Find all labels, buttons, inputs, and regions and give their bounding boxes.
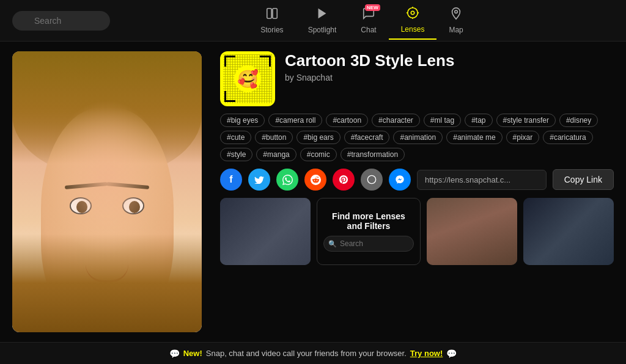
tag-item[interactable]: #pixar — [506, 131, 540, 144]
lenses-label: Lenses — [401, 25, 425, 34]
tag-item[interactable]: #cartoon — [326, 114, 368, 127]
face-overlay — [12, 51, 202, 332]
main-content: 🥰 Cartoon 3D Style Lens by Snapchat #big… — [0, 42, 626, 342]
thumb-image-4 — [523, 198, 614, 265]
share-link-button[interactable] — [361, 169, 383, 191]
nav-item-map[interactable]: Map — [436, 2, 475, 39]
thumbnail-1[interactable] — [220, 198, 311, 265]
lens-preview-image — [12, 51, 202, 332]
tag-item[interactable]: #comic — [300, 148, 337, 161]
lens-title-block: Cartoon 3D Style Lens by Snapchat — [285, 51, 614, 82]
share-reddit-button[interactable] — [304, 169, 326, 191]
chat-label: Chat — [361, 26, 376, 34]
find-search-input[interactable] — [323, 236, 414, 252]
bottom-banner: 💬 New! Snap, chat and video call your fr… — [0, 342, 626, 364]
lenses-icon — [406, 6, 419, 23]
spotlight-label: Spotlight — [308, 26, 337, 34]
find-search-icon: 🔍 — [328, 240, 337, 248]
share-row: f https://lens.snapchat.c... Copy Link — [220, 169, 614, 191]
tag-item[interactable]: #facecraft — [344, 131, 390, 144]
new-badge: NEW — [365, 4, 380, 11]
try-now-link[interactable]: Try now! — [410, 349, 443, 358]
lens-detail-panel: 🥰 Cartoon 3D Style Lens by Snapchat #big… — [220, 51, 614, 332]
tag-item[interactable]: #animate me — [446, 131, 502, 144]
thumb-image-1 — [220, 198, 311, 265]
tag-item[interactable]: #style — [220, 148, 252, 161]
svg-rect-1 — [273, 9, 277, 19]
tag-item[interactable]: #tap — [465, 114, 492, 127]
banner-icon-right: 💬 — [446, 349, 457, 359]
find-lenses-card: Find more Lenses and Filters 🔍 — [317, 198, 421, 265]
spotlight-icon — [315, 7, 329, 23]
svg-point-4 — [411, 11, 414, 15]
lens-author: by Snapchat — [285, 73, 614, 82]
tag-item[interactable]: #disney — [559, 114, 598, 127]
find-lenses-title: Find more Lenses and Filters — [323, 211, 414, 231]
lens-header: 🥰 Cartoon 3D Style Lens by Snapchat — [220, 51, 614, 106]
svg-point-3 — [408, 8, 418, 18]
svg-point-10 — [367, 175, 375, 183]
svg-marker-2 — [319, 9, 326, 19]
tag-item[interactable]: #transformation — [341, 148, 405, 161]
link-display: https://lens.snapchat.c... — [417, 170, 547, 190]
tags-container: #big eyes#camera roll#cartoon#character#… — [220, 114, 614, 161]
tag-item[interactable]: #ml tag — [424, 114, 461, 127]
banner-text: Snap, chat and video call your friends f… — [206, 349, 407, 358]
share-pinterest-button[interactable] — [333, 169, 355, 191]
share-twitter-button[interactable] — [248, 169, 270, 191]
stories-label: Stories — [260, 26, 283, 34]
tag-item[interactable]: #camera roll — [268, 114, 322, 127]
qr-corner-tl — [224, 56, 235, 67]
map-icon — [449, 7, 463, 23]
tag-item[interactable]: #caricatura — [543, 131, 592, 144]
find-search-wrapper: 🔍 — [323, 236, 414, 252]
lens-preview-panel — [12, 51, 202, 332]
tag-item[interactable]: #button — [255, 131, 293, 144]
nav-item-lenses[interactable]: Lenses — [389, 1, 437, 40]
tag-item[interactable]: #style transfer — [496, 114, 556, 127]
tag-item[interactable]: #big ears — [296, 131, 340, 144]
qr-face-emoji: 🥰 — [234, 65, 261, 92]
nav-items: Stories Spotlight NEW Chat — [248, 1, 475, 40]
search-wrapper: 🔍 — [12, 11, 110, 31]
qr-inner: 🥰 — [223, 54, 272, 103]
nav-item-spotlight[interactable]: Spotlight — [296, 2, 349, 39]
share-whatsapp-button[interactable] — [276, 169, 298, 191]
map-label: Map — [449, 26, 463, 34]
copy-link-button[interactable]: Copy Link — [553, 169, 614, 190]
tag-item[interactable]: #manga — [256, 148, 296, 161]
share-facebook-button[interactable]: f — [220, 169, 242, 191]
thumbnail-4[interactable] — [523, 198, 614, 265]
cartoon-face-render — [12, 51, 202, 332]
svg-rect-0 — [267, 9, 271, 19]
nav-item-stories[interactable]: Stories — [248, 2, 295, 39]
thumbnail-3[interactable] — [427, 198, 517, 265]
tag-item[interactable]: #cute — [220, 131, 251, 144]
tag-item[interactable]: #animation — [393, 131, 443, 144]
nav-item-chat[interactable]: NEW Chat — [348, 2, 388, 39]
thumbnails-row: Find more Lenses and Filters 🔍 — [220, 198, 614, 265]
banner-new-label: New! — [183, 349, 202, 358]
lens-qr-code: 🥰 — [220, 51, 275, 106]
lens-title: Cartoon 3D Style Lens — [285, 51, 614, 70]
tag-item[interactable]: #big eyes — [220, 114, 265, 127]
stories-icon — [265, 7, 279, 23]
thumb-image-3 — [427, 198, 517, 265]
qr-corner-bl — [224, 91, 235, 102]
banner-icon: 💬 — [169, 349, 180, 359]
qr-corner-tr — [260, 56, 271, 67]
svg-point-9 — [455, 10, 458, 13]
search-input[interactable] — [12, 11, 110, 31]
tag-item[interactable]: #character — [372, 114, 420, 127]
share-messenger-button[interactable] — [389, 169, 411, 191]
top-navigation: 🔍 Stories Spotlight NEW — [0, 0, 626, 42]
